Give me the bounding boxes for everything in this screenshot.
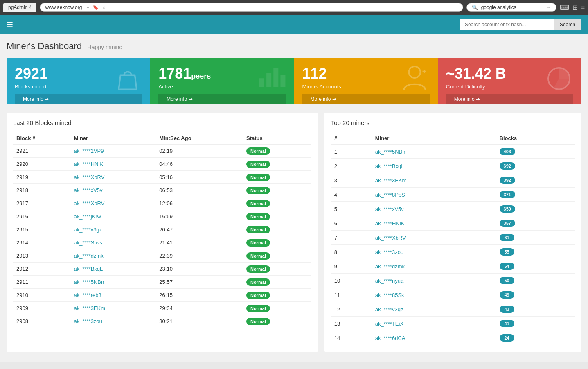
col-miner: Miner — [70, 133, 156, 144]
table-row: 7 ak_****XbRV 61 — [331, 231, 575, 245]
rank-num: 6 — [331, 216, 372, 231]
table-row: 2918 ak_****xV5v 06:53 Normal — [13, 184, 311, 197]
status-cell: Normal — [243, 236, 311, 249]
blocks-count: 406 — [496, 144, 575, 159]
stat-card-difficulty: ~31.42 B Current Difficulty More info ➔ — [438, 58, 581, 104]
miner-name-link[interactable]: ak_****BxqL — [372, 159, 496, 173]
table-row: 2913 ak_****dzmk 22:39 Normal — [13, 249, 311, 263]
status-cell: Normal — [243, 184, 311, 197]
time-ago: 04:46 — [156, 158, 243, 171]
miner-link[interactable]: ak_****3EKm — [70, 302, 156, 315]
table-row: 6 ak_****HNiK 357 — [331, 216, 575, 231]
miner-link[interactable]: ak_****3zou — [70, 315, 156, 328]
time-ago: 20:47 — [156, 223, 243, 236]
bookmark-icon[interactable]: 🔖 — [92, 5, 99, 10]
table-row: 4 ak_****8PpS 371 — [331, 188, 575, 202]
time-ago: 23:10 — [156, 263, 243, 276]
miner-link[interactable]: ak_****reb3 — [70, 289, 156, 302]
status-cell: Normal — [243, 223, 311, 236]
miner-name-link[interactable]: ak_****nyua — [372, 274, 496, 288]
person-icon — [401, 64, 430, 99]
layout-icon[interactable]: ⊞ — [572, 4, 578, 11]
block-num: 2913 — [13, 249, 70, 263]
miner-link[interactable]: ak_****XbRV — [70, 197, 156, 210]
miner-link[interactable]: ak_****jKrw — [70, 210, 156, 223]
miner-name-link[interactable]: ak_****5NBn — [372, 144, 496, 159]
miner-name-link[interactable]: ak_****XbRV — [372, 231, 496, 245]
blocks-count: 359 — [496, 202, 575, 216]
miner-link[interactable]: ak_****BxqL — [70, 263, 156, 276]
block-num: 2920 — [13, 158, 70, 171]
time-ago: 12:06 — [156, 197, 243, 210]
miner-link[interactable]: ak_****HNiK — [70, 158, 156, 171]
blocks-badge: 54 — [500, 263, 514, 270]
block-num: 2917 — [13, 197, 70, 210]
table-row: 2909 ak_****3EKm 29:34 Normal — [13, 302, 311, 315]
svg-point-4 — [409, 66, 420, 78]
page-subtitle: Happy mining — [88, 44, 123, 50]
blocks-count: 41 — [496, 317, 575, 331]
miner-link[interactable]: ak_****xV5v — [70, 184, 156, 197]
miner-link[interactable]: ak_****5NBn — [70, 276, 156, 289]
table-row: 5 ak_****xV5v 359 — [331, 202, 575, 216]
time-ago: 30:21 — [156, 315, 243, 328]
col-miner-name: Miner — [372, 133, 496, 144]
miner-name-link[interactable]: ak_****6dCA — [372, 331, 496, 345]
block-num: 2921 — [13, 144, 70, 158]
blocks-count: 43 — [496, 302, 575, 317]
miner-name-link[interactable]: ak_****8PpS — [372, 188, 496, 202]
block-num: 2911 — [13, 276, 70, 289]
browser-url-bar[interactable]: www.aeknow.org ··· 🔖 ☆ — [40, 3, 463, 12]
miner-link[interactable]: ak_****v3gz — [70, 223, 156, 236]
star-icon[interactable]: ☆ — [102, 5, 106, 10]
miner-name-link[interactable]: ak_****xV5v — [372, 202, 496, 216]
status-badge: Normal — [246, 226, 270, 233]
two-col-section: Last 20 Blocks mined Block # Miner Min:S… — [7, 113, 581, 352]
browser-search-bar[interactable]: 🔍 google analytics → — [466, 3, 556, 12]
app-header: ☰ Search — [0, 15, 588, 34]
browser-search-text: google analytics — [481, 5, 516, 10]
hamburger-menu[interactable]: ☰ — [7, 20, 13, 29]
block-num: 2918 — [13, 184, 70, 197]
table-row: 13 ak_****TEiX 41 — [331, 317, 575, 331]
miner-link[interactable]: ak_****dzmk — [70, 249, 156, 263]
table-row: 9 ak_****dzmk 54 — [331, 259, 575, 274]
table-row: 2908 ak_****3zou 30:21 Normal — [13, 315, 311, 328]
bookmarks-icon[interactable]: ⌨ — [560, 4, 569, 11]
miner-name-link[interactable]: ak_****85Sk — [372, 288, 496, 302]
browser-tab[interactable]: pgAdmin 4 — [3, 3, 36, 12]
miner-name-link[interactable]: ak_****HNiK — [372, 216, 496, 231]
miner-link[interactable]: ak_****Sfws — [70, 236, 156, 249]
stat-peers-more[interactable]: More info ➔ — [158, 94, 286, 104]
svg-rect-1 — [266, 73, 271, 87]
miner-name-link[interactable]: ak_****3EKm — [372, 173, 496, 188]
miner-name-link[interactable]: ak_****TEiX — [372, 317, 496, 331]
blocks-badge: 43 — [500, 306, 514, 313]
browser-icon-group: ⌨ ⊞ ≡ — [560, 4, 585, 11]
miner-name-link[interactable]: ak_****3zou — [372, 245, 496, 259]
miner-link[interactable]: ak_****2VP9 — [70, 144, 156, 158]
browser-dots: ··· — [85, 5, 89, 10]
status-cell: Normal — [243, 276, 311, 289]
status-cell: Normal — [243, 249, 311, 263]
header-search-button[interactable]: Search — [554, 19, 581, 30]
status-cell: Normal — [243, 289, 311, 302]
header-search-input[interactable] — [460, 19, 554, 30]
rank-num: 9 — [331, 259, 372, 274]
col-blocks: Blocks — [496, 133, 575, 144]
time-ago: 16:59 — [156, 210, 243, 223]
url-text: www.aeknow.org — [45, 5, 82, 10]
menu-icon[interactable]: ≡ — [581, 4, 585, 11]
blocks-badge: 24 — [500, 334, 514, 342]
status-cell: Normal — [243, 210, 311, 223]
page-title: Miner's Dashboard — [7, 41, 82, 51]
miner-link[interactable]: ak_****XbRV — [70, 171, 156, 184]
miners-table-card: Top 20 miners # Miner Blocks 1 ak_****5N… — [324, 113, 581, 352]
blocks-count: 392 — [496, 173, 575, 188]
col-rank: # — [331, 133, 372, 144]
rank-num: 13 — [331, 317, 372, 331]
miner-name-link[interactable]: ak_****dzmk — [372, 259, 496, 274]
svg-rect-0 — [259, 78, 264, 87]
rank-num: 2 — [331, 159, 372, 173]
miner-name-link[interactable]: ak_****v3gz — [372, 302, 496, 317]
